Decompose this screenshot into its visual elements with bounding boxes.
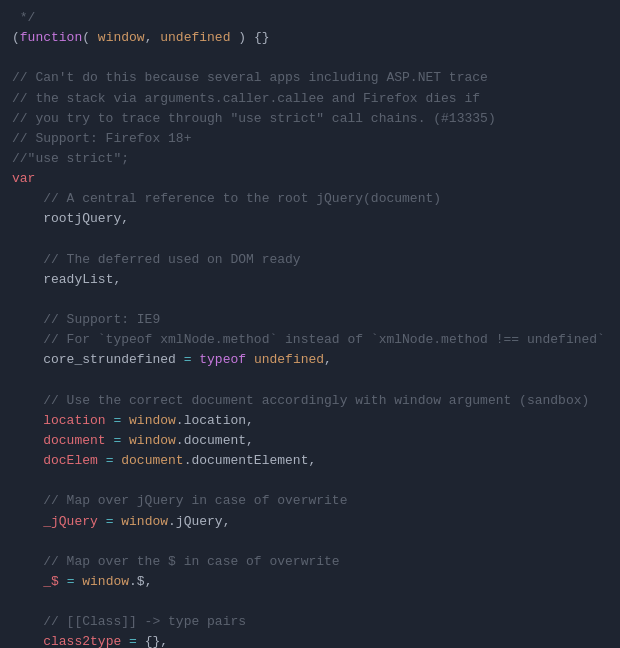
code-token (12, 211, 43, 226)
code-token: , (121, 211, 129, 226)
code-token (12, 634, 43, 648)
code-token: , (324, 352, 332, 367)
code-token: window (129, 433, 176, 448)
code-line: (function( window, undefined ) {} (12, 28, 608, 48)
code-token: document (43, 433, 105, 448)
code-token: {} (145, 634, 161, 648)
code-line: docElem = document.documentElement, (12, 451, 608, 471)
code-token (12, 352, 43, 367)
code-token: */ (12, 10, 35, 25)
code-token: = (98, 514, 121, 529)
code-token: function (20, 30, 82, 45)
code-line: _$ = window.$, (12, 572, 608, 592)
code-token: rootjQuery (43, 211, 121, 226)
code-line (12, 48, 608, 68)
code-line: _jQuery = window.jQuery, (12, 512, 608, 532)
code-line: core_strundefined = typeof undefined, (12, 350, 608, 370)
code-token: = (121, 634, 144, 648)
code-line: // Support: Firefox 18+ (12, 129, 608, 149)
code-token: , (145, 30, 161, 45)
code-token (12, 272, 43, 287)
code-line: class2type = {}, (12, 632, 608, 648)
code-line: document = window.document, (12, 431, 608, 451)
code-token: // Support: Firefox 18+ (12, 131, 191, 146)
code-token: .documentElement, (184, 453, 317, 468)
code-token: _jQuery (43, 514, 98, 529)
code-token: // Can't do this because several apps in… (12, 70, 488, 85)
code-line: // A central reference to the root jQuer… (12, 189, 608, 209)
code-line (12, 230, 608, 250)
code-token: { (254, 30, 262, 45)
code-line (12, 532, 608, 552)
code-token: var (12, 171, 35, 186)
code-token (12, 514, 43, 529)
code-token: instead of (285, 332, 363, 347)
code-token: = (176, 352, 199, 367)
code-token: // you try to trace through "use strict"… (12, 111, 496, 126)
code-token (12, 574, 43, 589)
code-token: readyList (43, 272, 113, 287)
code-line: // Map over jQuery in case of overwrite (12, 491, 608, 511)
code-line: // Can't do this because several apps in… (12, 68, 608, 88)
code-line: // the stack via arguments.caller.callee… (12, 89, 608, 109)
code-token (12, 413, 43, 428)
code-token: ) (230, 30, 253, 45)
code-line: // [[Class]] -> type pairs (12, 612, 608, 632)
code-token: class2type (43, 634, 121, 648)
code-token: = (98, 453, 121, 468)
code-token: // Support: IE9 (12, 312, 160, 327)
code-token: docElem (43, 453, 98, 468)
code-editor: */(function( window, undefined ) {} // C… (0, 0, 620, 648)
code-token: // A central reference to the root jQuer… (12, 191, 441, 206)
code-token (12, 433, 43, 448)
code-token: , (113, 272, 121, 287)
code-token: location (43, 413, 105, 428)
code-token: // Map over the $ in case of overwrite (12, 554, 340, 569)
code-token: // For `typeof xmlNode.method` (12, 332, 285, 347)
code-line (12, 371, 608, 391)
code-token: window (129, 413, 176, 428)
code-token: ( (82, 30, 98, 45)
code-line: // Map over the $ in case of overwrite (12, 552, 608, 572)
code-token: = (106, 413, 129, 428)
code-token: // The deferred used on DOM ready (12, 252, 301, 267)
code-line (12, 471, 608, 491)
code-token: // Use the correct document accordingly … (12, 393, 589, 408)
code-line: readyList, (12, 270, 608, 290)
code-token: .location, (176, 413, 254, 428)
code-line: */ (12, 8, 608, 28)
code-token: // Map over jQuery in case of overwrite (12, 493, 347, 508)
code-token: = (106, 433, 129, 448)
code-token: .$, (129, 574, 152, 589)
code-token: window (82, 574, 129, 589)
code-line: // Support: IE9 (12, 310, 608, 330)
code-token: } (262, 30, 270, 45)
code-token: ( (12, 30, 20, 45)
code-token: //"use strict"; (12, 151, 129, 166)
code-token: `xmlNode.method !== undefined` (363, 332, 605, 347)
code-token (12, 453, 43, 468)
code-token: .jQuery, (168, 514, 230, 529)
code-token: // [[Class]] -> type pairs (12, 614, 246, 629)
code-line: // you try to trace through "use strict"… (12, 109, 608, 129)
code-line: rootjQuery, (12, 209, 608, 229)
code-token: core_strundefined (43, 352, 176, 367)
code-token: window (98, 30, 145, 45)
code-line (12, 592, 608, 612)
code-token: , (160, 634, 168, 648)
code-token: document (121, 453, 183, 468)
code-token (246, 352, 254, 367)
code-line: //"use strict"; (12, 149, 608, 169)
code-line: // Use the correct document accordingly … (12, 391, 608, 411)
code-token: undefined (254, 352, 324, 367)
code-token: // the stack via arguments.caller.callee… (12, 91, 480, 106)
code-token: = (59, 574, 82, 589)
code-line: // The deferred used on DOM ready (12, 250, 608, 270)
code-token: .document, (176, 433, 254, 448)
code-line: // For `typeof xmlNode.method` instead o… (12, 330, 608, 350)
code-line (12, 290, 608, 310)
code-line: var (12, 169, 608, 189)
code-token: undefined (160, 30, 230, 45)
code-line: location = window.location, (12, 411, 608, 431)
code-token: typeof (199, 352, 246, 367)
